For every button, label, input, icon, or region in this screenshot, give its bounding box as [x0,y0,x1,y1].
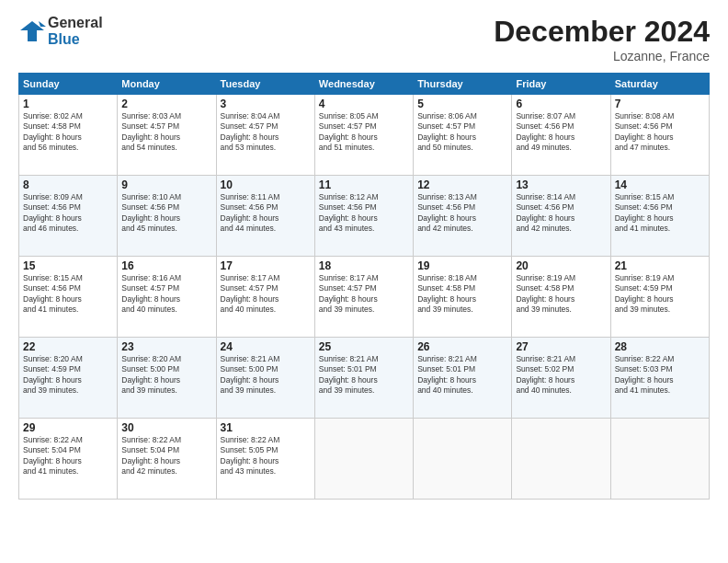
day-number: 31 [221,421,311,434]
day-number: 27 [516,340,606,353]
day-number: 10 [221,178,311,191]
calendar-cell: 30Sunrise: 8:22 AM Sunset: 5:04 PM Dayli… [118,419,216,500]
cell-info: Sunrise: 8:06 AM Sunset: 4:57 PM Dayligh… [417,111,507,154]
cell-info: Sunrise: 8:21 AM Sunset: 5:02 PM Dayligh… [516,354,606,396]
day-number: 11 [319,178,409,191]
logo-blue: Blue [48,31,103,48]
day-number: 2 [121,98,211,110]
day-number: 30 [121,421,211,434]
day-number: 16 [121,259,211,272]
day-number: 20 [516,259,606,272]
day-number: 8 [23,178,113,191]
calendar-cell: 8Sunrise: 8:09 AM Sunset: 4:56 PM Daylig… [19,176,118,257]
calendar-cell: 15Sunrise: 8:15 AM Sunset: 4:56 PM Dayli… [19,257,118,338]
cell-info: Sunrise: 8:21 AM Sunset: 5:01 PM Dayligh… [417,354,507,396]
calendar-cell: 20Sunrise: 8:19 AM Sunset: 4:58 PM Dayli… [512,257,610,338]
cell-info: Sunrise: 8:08 AM Sunset: 4:56 PM Dayligh… [615,111,705,154]
header-friday: Friday [512,74,610,95]
calendar-cell: 28Sunrise: 8:22 AM Sunset: 5:03 PM Dayli… [610,338,709,419]
calendar-week-row: 8Sunrise: 8:09 AM Sunset: 4:56 PM Daylig… [19,176,710,257]
cell-info: Sunrise: 8:14 AM Sunset: 4:56 PM Dayligh… [516,192,606,235]
cell-info: Sunrise: 8:22 AM Sunset: 5:03 PM Dayligh… [615,354,705,396]
cell-info: Sunrise: 8:22 AM Sunset: 5:04 PM Dayligh… [23,435,113,477]
day-number: 7 [615,98,705,110]
cell-info: Sunrise: 8:22 AM Sunset: 5:05 PM Dayligh… [221,435,311,477]
calendar-week-row: 22Sunrise: 8:20 AM Sunset: 4:59 PM Dayli… [19,338,710,419]
header-saturday: Saturday [610,74,709,95]
cell-info: Sunrise: 8:15 AM Sunset: 4:56 PM Dayligh… [23,273,113,316]
calendar-cell: 24Sunrise: 8:21 AM Sunset: 5:00 PM Dayli… [216,338,314,419]
cell-info: Sunrise: 8:02 AM Sunset: 4:58 PM Dayligh… [23,111,113,154]
calendar-week-row: 15Sunrise: 8:15 AM Sunset: 4:56 PM Dayli… [19,257,710,338]
cell-info: Sunrise: 8:03 AM Sunset: 4:57 PM Dayligh… [121,111,211,154]
calendar-cell: 4Sunrise: 8:05 AM Sunset: 4:57 PM Daylig… [314,95,413,176]
logo: General Blue [18,15,103,48]
header-wednesday: Wednesday [314,74,413,95]
cell-info: Sunrise: 8:17 AM Sunset: 4:57 PM Dayligh… [319,273,409,316]
calendar-week-row: 1Sunrise: 8:02 AM Sunset: 4:58 PM Daylig… [19,95,710,176]
header-monday: Monday [118,74,216,95]
page: General Blue December 2024 Lozanne, Fran… [0,0,728,563]
day-number: 28 [615,340,705,353]
calendar-cell: 21Sunrise: 8:19 AM Sunset: 4:59 PM Dayli… [610,257,709,338]
cell-info: Sunrise: 8:10 AM Sunset: 4:56 PM Dayligh… [121,192,211,235]
calendar-cell: 6Sunrise: 8:07 AM Sunset: 4:56 PM Daylig… [512,95,610,176]
logo-bird-icon [18,17,46,45]
cell-info: Sunrise: 8:21 AM Sunset: 5:01 PM Dayligh… [319,354,409,396]
calendar-cell: 29Sunrise: 8:22 AM Sunset: 5:04 PM Dayli… [19,419,118,500]
calendar-cell: 10Sunrise: 8:11 AM Sunset: 4:56 PM Dayli… [216,176,314,257]
day-number: 22 [23,340,113,353]
calendar-cell: 19Sunrise: 8:18 AM Sunset: 4:58 PM Dayli… [414,257,512,338]
day-number: 21 [615,259,705,272]
cell-info: Sunrise: 8:18 AM Sunset: 4:58 PM Dayligh… [417,273,507,316]
day-number: 17 [221,259,311,272]
cell-info: Sunrise: 8:19 AM Sunset: 4:58 PM Dayligh… [516,273,606,316]
day-number: 18 [319,259,409,272]
logo-general: General [48,15,103,31]
cell-info: Sunrise: 8:17 AM Sunset: 4:57 PM Dayligh… [221,273,311,316]
header: General Blue December 2024 Lozanne, Fran… [18,15,710,63]
header-thursday: Thursday [414,74,512,95]
weekday-header-row: Sunday Monday Tuesday Wednesday Thursday… [19,74,710,95]
cell-info: Sunrise: 8:22 AM Sunset: 5:04 PM Dayligh… [121,435,211,477]
calendar-cell: 1Sunrise: 8:02 AM Sunset: 4:58 PM Daylig… [19,95,118,176]
day-number: 29 [23,421,113,434]
calendar-week-row: 29Sunrise: 8:22 AM Sunset: 5:04 PM Dayli… [19,419,710,500]
cell-info: Sunrise: 8:07 AM Sunset: 4:56 PM Dayligh… [516,111,606,154]
svg-marker-1 [39,21,46,27]
day-number: 19 [417,259,507,272]
calendar-cell: 17Sunrise: 8:17 AM Sunset: 4:57 PM Dayli… [216,257,314,338]
calendar-cell: 2Sunrise: 8:03 AM Sunset: 4:57 PM Daylig… [118,95,216,176]
cell-info: Sunrise: 8:16 AM Sunset: 4:57 PM Dayligh… [121,273,211,316]
calendar-cell: 7Sunrise: 8:08 AM Sunset: 4:56 PM Daylig… [610,95,709,176]
calendar-cell: 14Sunrise: 8:15 AM Sunset: 4:56 PM Dayli… [610,176,709,257]
day-number: 13 [516,178,606,191]
cell-info: Sunrise: 8:05 AM Sunset: 4:57 PM Dayligh… [319,111,409,154]
cell-info: Sunrise: 8:09 AM Sunset: 4:56 PM Dayligh… [23,192,113,235]
cell-info: Sunrise: 8:04 AM Sunset: 4:57 PM Dayligh… [221,111,311,154]
calendar-table: Sunday Monday Tuesday Wednesday Thursday… [18,73,710,500]
calendar-cell [610,419,709,500]
day-number: 14 [615,178,705,191]
day-number: 5 [417,98,507,110]
day-number: 1 [23,98,113,110]
calendar-cell: 5Sunrise: 8:06 AM Sunset: 4:57 PM Daylig… [414,95,512,176]
day-number: 26 [417,340,507,353]
day-number: 4 [319,98,409,110]
calendar-cell: 25Sunrise: 8:21 AM Sunset: 5:01 PM Dayli… [314,338,413,419]
cell-info: Sunrise: 8:21 AM Sunset: 5:00 PM Dayligh… [221,354,311,396]
calendar-cell: 23Sunrise: 8:20 AM Sunset: 5:00 PM Dayli… [118,338,216,419]
calendar-cell: 22Sunrise: 8:20 AM Sunset: 4:59 PM Dayli… [19,338,118,419]
day-number: 12 [417,178,507,191]
calendar-cell [414,419,512,500]
calendar-cell: 16Sunrise: 8:16 AM Sunset: 4:57 PM Dayli… [118,257,216,338]
day-number: 15 [23,259,113,272]
calendar-cell: 26Sunrise: 8:21 AM Sunset: 5:01 PM Dayli… [414,338,512,419]
cell-info: Sunrise: 8:20 AM Sunset: 4:59 PM Dayligh… [23,354,113,396]
calendar-cell: 12Sunrise: 8:13 AM Sunset: 4:56 PM Dayli… [414,176,512,257]
day-number: 3 [221,98,311,110]
day-number: 24 [221,340,311,353]
cell-info: Sunrise: 8:12 AM Sunset: 4:56 PM Dayligh… [319,192,409,235]
calendar-cell [512,419,610,500]
cell-info: Sunrise: 8:19 AM Sunset: 4:59 PM Dayligh… [615,273,705,316]
